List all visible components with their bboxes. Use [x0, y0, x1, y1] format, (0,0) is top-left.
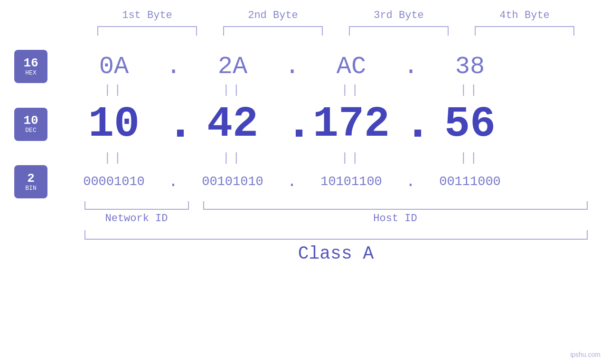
bin-dot2: .: [285, 173, 299, 191]
dec-dot3: .: [404, 97, 418, 151]
watermark: ipshu.com: [570, 351, 601, 358]
class-label: Class A: [84, 243, 588, 264]
bottom-brackets-row: [84, 201, 588, 210]
byte3-header: 3rd Byte: [347, 9, 451, 21]
top-bracket-3: [349, 26, 449, 36]
bin-b3: 10101100: [299, 175, 404, 189]
equals-row-2: || || || ||: [0, 151, 610, 165]
bin-badge-wrapper: 2 BIN: [0, 165, 62, 198]
eq1-b2: ||: [180, 83, 285, 97]
hex-b3: AC: [299, 53, 404, 81]
full-bottom-bracket: [84, 230, 588, 240]
dec-dot2: .: [285, 97, 299, 151]
hex-values: 0A . 2A . AC . 38: [62, 53, 565, 81]
bin-badge: 2 BIN: [14, 165, 47, 198]
eq1-b4: ||: [418, 83, 522, 97]
network-bracket: [84, 201, 189, 210]
equals-1-values: || || || ||: [62, 83, 565, 97]
hex-badge-number: 16: [23, 57, 38, 69]
dec-b1: 10: [62, 100, 166, 149]
bin-badge-number: 2: [27, 172, 35, 185]
byte2-header: 2nd Byte: [221, 9, 325, 21]
dec-badge: 10 DEC: [14, 108, 47, 141]
bin-values: 00001010 . 00101010 . 10101100 . 0011100…: [62, 173, 565, 191]
hex-b4: 38: [418, 53, 522, 81]
hex-b1: 0A: [62, 53, 166, 81]
dec-b4: 56: [418, 100, 522, 149]
hex-badge-wrapper: 16 HEX: [0, 50, 62, 83]
top-bracket-1: [97, 26, 197, 36]
dec-row-wrapper: 10 DEC 10 . 42 . 172 . 56: [0, 97, 610, 151]
hex-dot1: .: [166, 53, 180, 81]
byte1-header: 1st Byte: [95, 9, 199, 21]
hex-dot2: .: [285, 53, 299, 81]
top-bracket: [84, 26, 588, 36]
byte-headers: 1st Byte 2nd Byte 3rd Byte 4th Byte: [84, 9, 588, 21]
host-bracket: [203, 201, 588, 210]
dec-values: 10 . 42 . 172 . 56: [62, 97, 565, 151]
hex-row-wrapper: 16 HEX 0A . 2A . AC . 38: [0, 50, 610, 83]
dec-badge-label: DEC: [25, 127, 36, 134]
hex-b2: 2A: [180, 53, 285, 81]
dec-b2: 42: [180, 100, 285, 149]
bin-row-wrapper: 2 BIN 00001010 . 00101010 . 10101100 . 0…: [0, 165, 610, 198]
bottom-section: Network ID Host ID Class A: [84, 201, 588, 264]
hex-badge: 16 HEX: [14, 50, 47, 83]
bin-b1: 00001010: [62, 175, 166, 189]
top-bracket-4: [475, 26, 574, 36]
id-labels-row: Network ID Host ID: [84, 213, 588, 224]
hex-dot3: .: [404, 53, 418, 81]
eq1-b3: ||: [299, 83, 404, 97]
bin-dot3: .: [404, 173, 418, 191]
top-bracket-2: [223, 26, 323, 36]
eq2-b4: ||: [418, 151, 522, 165]
equals-row-1: || || || ||: [0, 83, 610, 97]
dec-dot1: .: [166, 97, 180, 151]
bin-b2: 00101010: [180, 175, 285, 189]
bin-badge-label: BIN: [25, 185, 36, 192]
eq2-b2: ||: [180, 151, 285, 165]
dec-b3: 172: [299, 100, 404, 149]
dec-badge-number: 10: [23, 114, 38, 127]
eq1-b1: ||: [62, 83, 166, 97]
byte4-header: 4th Byte: [472, 9, 577, 21]
dec-badge-wrapper: 10 DEC: [0, 108, 62, 141]
host-id-label: Host ID: [203, 213, 588, 224]
eq2-b1: ||: [62, 151, 166, 165]
main-container: 1st Byte 2nd Byte 3rd Byte 4th Byte 16 H…: [0, 0, 610, 364]
hex-badge-label: HEX: [25, 69, 36, 76]
bin-dot1: .: [166, 173, 180, 191]
eq2-b3: ||: [299, 151, 404, 165]
bin-b4: 00111000: [418, 175, 522, 189]
network-id-label: Network ID: [84, 213, 189, 224]
equals-2-values: || || || ||: [62, 151, 565, 165]
